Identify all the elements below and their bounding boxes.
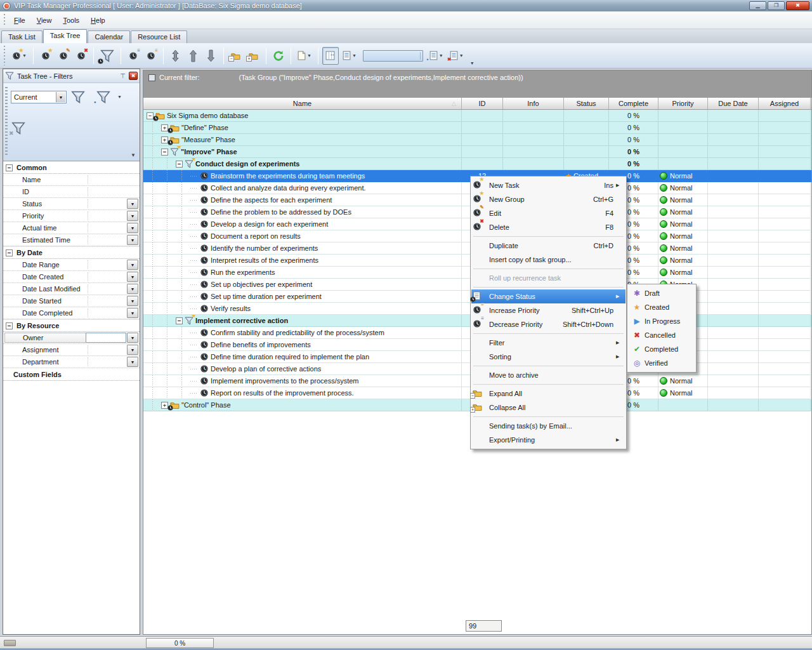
chevron-down-icon[interactable]: ▼ <box>117 95 122 99</box>
chevron-down-icon[interactable]: ▼ <box>127 345 138 355</box>
chevron-down-icon[interactable]: ▼ <box>307 53 311 58</box>
filter-row-department[interactable]: Department▼ <box>3 356 140 368</box>
column-header-id[interactable]: ID <box>462 98 503 109</box>
column-header-status[interactable]: Status <box>564 98 609 109</box>
chevron-down-icon[interactable]: ▼ <box>127 223 138 233</box>
apply-filter-button[interactable] <box>68 87 88 107</box>
filter-row-name[interactable]: Name <box>3 174 140 186</box>
filter-preset-combo[interactable]: Current ▼ <box>11 91 67 103</box>
filter-row-date-started[interactable]: Date Started▼ <box>3 295 140 307</box>
table-row[interactable]: −Six Sigma demo database0 % <box>143 110 811 122</box>
move-down-button[interactable] <box>203 47 219 65</box>
expand-all-button[interactable]: + <box>246 47 262 65</box>
context-menu-item-export-printing[interactable]: Export/Printing▶ <box>471 433 625 447</box>
chevron-down-icon[interactable]: ▼ <box>127 333 138 343</box>
chevron-down-icon[interactable]: ▼ <box>22 53 27 58</box>
context-menu-item-change-status[interactable]: Change Status▶ <box>471 289 625 303</box>
chevron-down-icon[interactable]: ▼ <box>131 152 136 158</box>
filter-row-owner[interactable]: Owner▼ <box>3 332 140 344</box>
filter-section-custom-fields[interactable]: Custom Fields <box>3 368 140 381</box>
tab-resource-list[interactable]: Resource List <box>131 30 187 43</box>
close-button[interactable]: ✖ <box>786 1 809 10</box>
context-menu-item-collapse-all[interactable]: +Collapse All <box>471 401 625 415</box>
collapse-icon[interactable]: − <box>176 317 183 324</box>
menu-help[interactable]: Help <box>85 14 111 27</box>
refresh-button[interactable] <box>270 47 287 65</box>
context-menu-item-insert-copy-of-task-group[interactable]: Insert copy of task group... <box>471 253 625 267</box>
close-panel-button[interactable]: ✖ <box>129 72 138 80</box>
context-menu-item-sorting[interactable]: Sorting▶ <box>471 350 625 364</box>
save-layout-button[interactable]: ▪▼ <box>427 47 446 65</box>
filter-section-by-date[interactable]: −By Date <box>3 246 140 259</box>
collapse-icon[interactable]: − <box>176 161 183 168</box>
customize-view-button[interactable]: ▼ <box>340 47 359 65</box>
delete-layout-button[interactable]: ✖▼ <box>447 47 466 65</box>
tab-task-list[interactable]: Task List <box>1 30 43 43</box>
status-submenu-item-draft[interactable]: ✱Draft <box>628 286 695 300</box>
filter-row-actual-time[interactable]: Actual time▼ <box>3 222 140 234</box>
context-menu-item-expand-all[interactable]: −Expand All <box>471 387 625 401</box>
maximize-button[interactable]: ❐ <box>768 1 785 10</box>
context-menu-item-new-group[interactable]: ★New GroupCtrl+G <box>471 192 625 206</box>
decrease-priority-button[interactable]: ≡ <box>125 47 141 65</box>
column-header-info[interactable]: Info <box>503 98 564 109</box>
filter-button[interactable] <box>98 47 117 65</box>
filter-row-date-range[interactable]: Date Range▼ <box>3 259 140 271</box>
column-header-assigned[interactable]: Assigned <box>759 98 811 109</box>
chevron-down-icon[interactable]: ▼ <box>439 53 443 58</box>
filter-row-date-completed[interactable]: Date Completed▼ <box>3 307 140 319</box>
filter-section-by-resource[interactable]: −By Resource <box>3 319 140 332</box>
context-menu-item-increase-priority[interactable]: ≡Increase PriorityShift+Ctrl+Up <box>471 303 625 317</box>
context-menu-item-filter[interactable]: Filter▶ <box>471 336 625 350</box>
filter-row-id[interactable]: ID <box>3 186 140 198</box>
context-menu-item-edit[interactable]: ✎EditF4 <box>471 206 625 220</box>
context-menu-item-delete[interactable]: ✖DeleteF8 <box>471 220 625 234</box>
minimize-button[interactable]: ▁ <box>749 1 766 10</box>
new-group-button[interactable]: ★ <box>37 47 54 65</box>
table-row[interactable]: +"Define" Phase0 % <box>143 122 811 134</box>
context-menu-item-sending-task-s-by-email[interactable]: Sending task(s) by Email... <box>471 419 625 433</box>
save-filter-button[interactable]: ▪ <box>93 87 114 107</box>
context-menu-item-new-task[interactable]: ★New TaskIns▶ <box>471 178 625 192</box>
chevron-down-icon[interactable]: ▼ <box>127 357 138 367</box>
collapse-icon[interactable]: − <box>6 249 13 256</box>
chevron-down-icon[interactable]: ▼ <box>127 260 138 270</box>
status-submenu-item-cancelled[interactable]: ✖Cancelled <box>628 328 695 342</box>
context-menu-item-roll-up-recurrence-task[interactable]: Roll up recurrence task <box>471 271 625 285</box>
tab-task-tree[interactable]: Task Tree <box>43 29 88 43</box>
pin-icon[interactable]: ⊤ <box>120 72 126 79</box>
tab-calendar[interactable]: Calendar <box>88 30 130 43</box>
filter-checkbox[interactable] <box>148 74 155 81</box>
status-submenu-item-in-progress[interactable]: ▶In Progress <box>628 314 695 328</box>
column-header-name[interactable]: Name△ <box>143 98 462 109</box>
chevron-down-icon[interactable]: ▼ <box>127 235 138 245</box>
collapse-icon[interactable]: − <box>6 322 13 329</box>
layout-combo[interactable] <box>363 50 423 62</box>
context-menu-item-decrease-priority[interactable]: ≡Decrease PriorityShift+Ctrl+Down <box>471 317 625 331</box>
chevron-down-icon[interactable]: ▼ <box>352 53 357 58</box>
chevron-down-icon[interactable]: ▼ <box>127 296 138 306</box>
move-up-button[interactable] <box>185 47 202 65</box>
edit-task-button[interactable]: ✎ <box>55 47 72 65</box>
filter-row-date-last-modified[interactable]: Date Last Modified▼ <box>3 283 140 295</box>
chevron-down-icon[interactable]: ▼ <box>127 284 138 294</box>
increase-priority-button[interactable]: ≡ <box>143 47 159 65</box>
filter-row-assignment[interactable]: Assignment▼ <box>3 344 140 356</box>
table-row[interactable]: −★Conduct design of experiments0 % <box>143 158 811 170</box>
menu-tools[interactable]: Tools <box>57 14 85 27</box>
menu-file[interactable]: File <box>8 14 31 27</box>
column-header-due-date[interactable]: Due Date <box>708 98 759 109</box>
collapse-icon[interactable]: − <box>6 164 13 171</box>
column-header-priority[interactable]: Priority <box>658 98 708 109</box>
collapse-all-button[interactable]: − <box>228 47 244 65</box>
filter-row-estimated-time[interactable]: Estimated Time▼ <box>3 234 140 246</box>
filter-section-common[interactable]: −Common <box>3 161 140 174</box>
chevron-down-icon[interactable]: ▼ <box>127 308 138 318</box>
export-button[interactable]: ▼ <box>295 47 314 65</box>
menu-view[interactable]: View <box>31 14 58 27</box>
chevron-down-icon[interactable]: ▼ <box>56 92 65 102</box>
filter-row-date-created[interactable]: Date Created▼ <box>3 271 140 283</box>
status-submenu-item-created[interactable]: ★Created <box>628 300 695 314</box>
delete-task-button[interactable]: ✖ <box>73 47 89 65</box>
toolbar-overflow-icon[interactable]: ▼ <box>470 61 475 65</box>
